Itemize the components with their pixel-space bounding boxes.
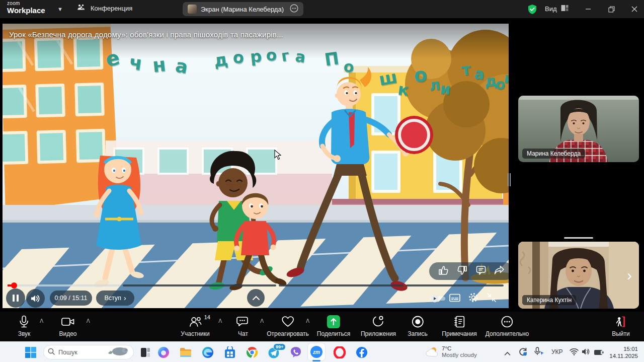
pause-button[interactable]: [6, 288, 25, 308]
chapter-button[interactable]: Вступ ›: [96, 291, 134, 306]
volume-button[interactable]: [26, 289, 45, 308]
weather-description[interactable]: Mostly cloudy: [442, 352, 477, 359]
windows-taskbar: Пошук 99+: [0, 341, 644, 362]
leave-meeting-icon: [614, 315, 627, 329]
audio-options-chevron[interactable]: ᐱ: [40, 318, 43, 324]
clock-time: 15:01: [609, 345, 638, 352]
camera-icon: ᐱ: [61, 315, 75, 329]
security-shield-icon[interactable]: [527, 4, 537, 17]
heart-icon: ᐱ: [281, 315, 294, 329]
participants-button[interactable]: 14 ᐱ Участники: [181, 315, 209, 337]
title-letter: т: [460, 59, 471, 80]
meeting-tab-label: Конференция: [91, 5, 132, 12]
viber-icon[interactable]: [289, 346, 302, 358]
title-letter: о: [343, 57, 355, 76]
chat-options-chevron[interactable]: ᐱ: [260, 318, 264, 324]
video-options-chevron[interactable]: ᐱ: [87, 318, 90, 324]
tab-meeting[interactable]: Конференция: [76, 4, 132, 13]
chevron-down-icon[interactable]: ▼: [57, 6, 63, 12]
video-progress-bar[interactable]: [8, 284, 504, 286]
title-bar: zoom Workplace ▼ Конференция Экран (Мари…: [0, 0, 644, 18]
minimize-button[interactable]: [580, 0, 597, 18]
panel-resize-handle[interactable]: [508, 173, 513, 186]
zoom-app-icon[interactable]: zm: [308, 343, 325, 360]
video-button[interactable]: ᐱ Видео: [59, 315, 76, 337]
audio-button[interactable]: ᐱ Звук: [18, 315, 31, 337]
tab-more-icon[interactable]: [290, 4, 298, 14]
title-letter: и: [439, 80, 452, 98]
progress-segment[interactable]: [406, 284, 504, 286]
meeting-toolbar: ᐱ Звук ᐱ Видео 14 ᐱ Участники ᐱ Чат: [0, 312, 644, 341]
title-letter: о: [414, 64, 427, 86]
react-button[interactable]: ᐱ Отреагировать: [267, 315, 309, 337]
telegram-icon[interactable]: 99+: [267, 346, 280, 358]
chat-icon: ᐱ: [236, 315, 250, 329]
participants-icon: 14 ᐱ: [189, 315, 202, 329]
weather-icon[interactable]: [425, 346, 439, 360]
view-label: Вид: [545, 5, 557, 13]
opera-icon[interactable]: [333, 346, 346, 358]
next-participants-arrow[interactable]: ›: [627, 267, 632, 284]
settings-gear-icon[interactable]: [467, 292, 479, 304]
language-indicator[interactable]: УКР: [551, 348, 563, 355]
notes-button[interactable]: Примечания: [442, 315, 476, 337]
copilot-icon[interactable]: [157, 346, 170, 358]
progress-segment[interactable]: [123, 284, 277, 286]
expand-up-button[interactable]: [247, 289, 265, 307]
react-options-chevron[interactable]: ᐱ: [306, 318, 309, 324]
dislike-button[interactable]: [457, 265, 467, 277]
shared-screen-video[interactable]: ечнадорогаПошколитадои Урок «Безпечна до…: [3, 24, 509, 308]
hidden-icons-chevron[interactable]: [504, 349, 511, 358]
restore-button[interactable]: [603, 0, 620, 18]
share-screen-icon: [327, 315, 341, 329]
search-icon: [48, 348, 55, 356]
weather-temperature[interactable]: 7°C: [442, 345, 451, 352]
progress-segment[interactable]: [8, 284, 120, 286]
more-ellipsis-icon: [501, 315, 514, 329]
participants-options-chevron[interactable]: ᐱ: [218, 318, 222, 324]
search-daily-image-manatee: [107, 346, 129, 358]
microsoft-store-icon[interactable]: [223, 346, 236, 358]
participant-video-1[interactable]: Марина Келеберда: [518, 96, 639, 162]
record-icon: [411, 315, 424, 329]
taskbar-search-box[interactable]: Пошук: [43, 345, 134, 359]
captions-button[interactable]: [449, 294, 460, 302]
tab-screen-share[interactable]: Экран (Марина Келеберда): [183, 2, 303, 16]
collapse-player-button[interactable]: [486, 292, 497, 303]
autoplay-toggle[interactable]: [430, 295, 446, 303]
progress-scrubber[interactable]: [11, 282, 17, 288]
comment-button[interactable]: [476, 265, 486, 277]
video-reaction-bar: [429, 262, 509, 280]
battery-icon[interactable]: [594, 348, 604, 357]
share-screen-button[interactable]: Поделиться: [317, 315, 350, 337]
taskbar-clock[interactable]: 15:01 14.11.2025: [609, 345, 638, 360]
share-video-button[interactable]: [494, 265, 505, 277]
volume-tray-icon[interactable]: [582, 348, 590, 357]
view-button[interactable]: Вид: [545, 5, 569, 13]
chrome-icon[interactable]: [246, 346, 258, 358]
record-button[interactable]: Запись: [408, 315, 427, 337]
background-storefront: [106, 140, 332, 207]
thumbnail-resize-divider[interactable]: [564, 237, 593, 239]
task-view-icon[interactable]: [139, 346, 151, 358]
video-title[interactable]: Урок «Безпечна дорога додому»: обов'язки…: [9, 30, 283, 39]
progress-segment[interactable]: [279, 284, 403, 286]
clock-date: 14.11.2025: [609, 352, 638, 359]
more-button[interactable]: Дополнительно: [486, 315, 529, 337]
leave-button[interactable]: Выйти: [612, 315, 630, 337]
start-button[interactable]: [24, 346, 37, 358]
facebook-icon[interactable]: [355, 346, 368, 358]
close-button[interactable]: [626, 0, 643, 18]
like-button[interactable]: [438, 265, 449, 277]
meeting-area: ечнадорогаПошколитадои Урок «Безпечна до…: [0, 18, 644, 312]
file-explorer-icon[interactable]: [179, 346, 192, 358]
participant-video-2[interactable]: Катерина Кухтін: [518, 242, 639, 309]
microphone-in-use-icon[interactable]: [534, 347, 544, 358]
edge-icon[interactable]: [201, 346, 214, 358]
chat-button[interactable]: ᐱ Чат: [236, 315, 250, 337]
apps-button[interactable]: Приложения: [361, 315, 396, 337]
screen-tab-label: Экран (Марина Келеберда): [201, 6, 284, 13]
sync-status-icon[interactable]: [518, 347, 528, 358]
wifi-icon[interactable]: [570, 348, 579, 357]
microphone-icon: ᐱ: [19, 315, 29, 329]
